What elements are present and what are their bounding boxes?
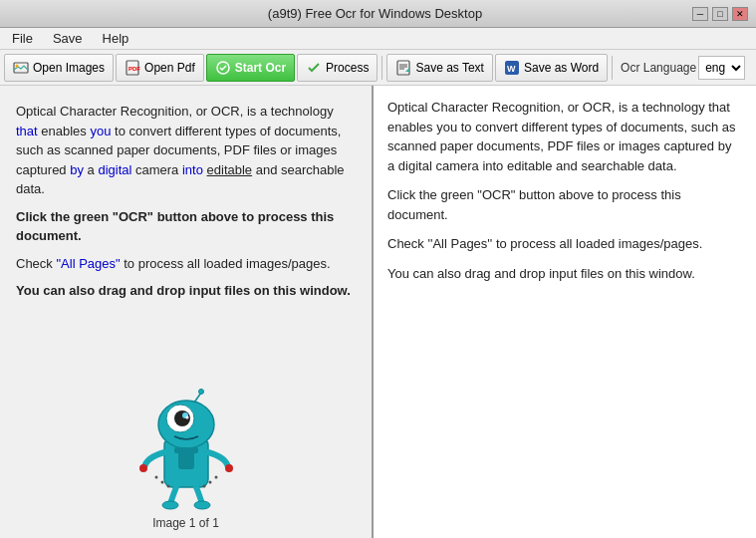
left-panel: Optical Character Recognition, or OCR, i… (0, 86, 374, 538)
open-pdf-button[interactable]: PDF Open Pdf (116, 54, 204, 82)
svg-point-26 (160, 481, 163, 484)
svg-rect-20 (174, 447, 198, 453)
right-paragraph-1: Optical Character Recognition, or OCR, i… (387, 98, 742, 175)
svg-point-28 (202, 485, 205, 488)
svg-point-24 (225, 464, 233, 472)
svg-point-23 (139, 464, 147, 472)
start-ocr-label: Start Ocr (235, 61, 286, 75)
svg-point-29 (208, 481, 211, 484)
window-title: (a9t9) Free Ocr for Windows Desktop (58, 6, 692, 21)
right-panel: Optical Character Recognition, or OCR, i… (374, 86, 756, 538)
toolbar-separator-1 (381, 56, 382, 80)
left-content: Optical Character Recognition, or OCR, i… (0, 86, 372, 375)
start-ocr-icon (215, 60, 231, 76)
title-bar: (a9t9) Free Ocr for Windows Desktop ─ □ … (0, 0, 756, 28)
svg-point-21 (162, 501, 178, 509)
process-button[interactable]: Process (297, 54, 378, 82)
open-images-icon (13, 60, 29, 76)
svg-point-16 (185, 416, 188, 419)
open-pdf-icon: PDF (125, 60, 140, 76)
save-as-word-button[interactable]: W Save as Word (495, 54, 608, 82)
open-images-button[interactable]: Open Images (4, 54, 114, 82)
svg-text:PDF: PDF (128, 66, 140, 72)
svg-point-30 (214, 476, 217, 479)
right-paragraph-3: Check ''All Pages'' to process all loade… (387, 234, 742, 254)
left-paragraph-1: Optical Character Recognition, or OCR, i… (16, 102, 356, 199)
save-as-word-icon: W (504, 60, 520, 76)
left-paragraph-2: Click the green "OCR" button above to pr… (16, 207, 356, 246)
svg-point-27 (166, 485, 169, 488)
main-area: Optical Character Recognition, or OCR, i… (0, 86, 756, 538)
left-paragraph-3: Check "All Pages" to process all loaded … (16, 254, 356, 274)
menu-bar: File Save Help (0, 28, 756, 50)
save-as-word-label: Save as Word (524, 61, 599, 75)
save-as-text-button[interactable]: Save as Text (386, 54, 492, 82)
robot-image (126, 383, 246, 512)
menu-save[interactable]: Save (45, 29, 91, 48)
image-area: Image 1 of 1 (0, 375, 372, 538)
menu-help[interactable]: Help (95, 29, 137, 48)
svg-point-22 (194, 501, 210, 509)
save-as-text-label: Save as Text (415, 61, 483, 75)
restore-button[interactable]: □ (712, 7, 728, 21)
right-paragraph-4: You can also drag and drop input files o… (387, 264, 742, 284)
menu-file[interactable]: File (4, 29, 41, 48)
svg-rect-5 (397, 61, 409, 75)
svg-point-1 (16, 64, 19, 67)
close-button[interactable]: ✕ (732, 7, 748, 21)
right-paragraph-2: Click the green "OCR" button above to pr… (387, 185, 742, 224)
save-as-text-icon (395, 60, 411, 76)
svg-point-25 (154, 476, 157, 479)
image-label: Image 1 of 1 (152, 516, 219, 530)
svg-text:W: W (507, 64, 516, 74)
open-pdf-label: Open Pdf (144, 61, 195, 75)
toolbar: Open Images PDF Open Pdf Start Ocr Proce… (0, 50, 756, 86)
start-ocr-button[interactable]: Start Ocr (206, 54, 295, 82)
process-label: Process (326, 61, 369, 75)
left-paragraph-4: You can also drag and drop input files o… (16, 281, 356, 301)
svg-point-18 (198, 390, 203, 395)
toolbar-separator-2 (612, 56, 613, 80)
ocr-language-select[interactable]: eng deu fra spa (698, 56, 745, 80)
window-controls: ─ □ ✕ (692, 7, 748, 21)
process-icon (306, 60, 322, 76)
open-images-label: Open Images (33, 61, 105, 75)
ocr-language-label: Ocr Language (621, 61, 696, 75)
minimize-button[interactable]: ─ (692, 7, 708, 21)
